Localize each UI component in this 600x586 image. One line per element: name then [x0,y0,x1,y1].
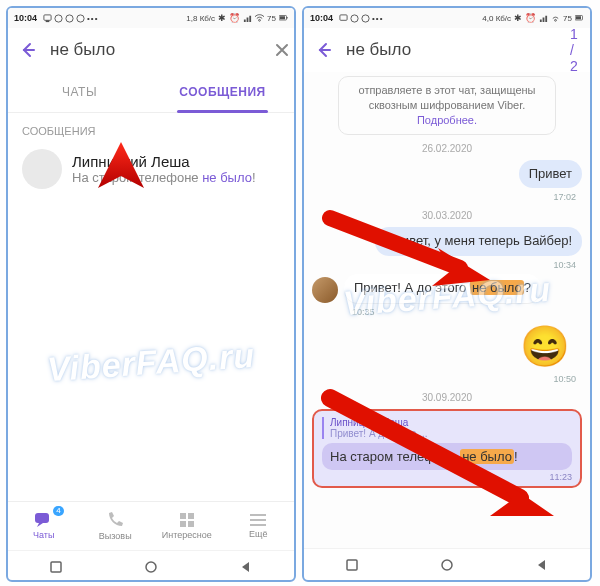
message-out[interactable]: Привет [304,158,590,191]
android-nav [8,550,294,582]
signal-icon [243,14,252,23]
timestamp: 10:35 [352,307,576,317]
clear-icon[interactable] [274,42,290,58]
nav-home-icon[interactable] [440,558,454,572]
svg-point-20 [362,14,369,21]
search-bar [8,28,294,72]
tab-more-bottom[interactable]: Ещё [223,513,295,539]
search-input[interactable] [344,39,560,61]
svg-rect-9 [180,513,186,519]
replied-message-highlight[interactable]: Липницкий Леша Привет! А до этого ... На… [312,409,582,488]
svg-rect-13 [250,514,266,516]
phone-left: 10:04 ••• 1,8 Кб/с ✱⏰ 75 ЧАТЫ СООБЩЕНИЯ [6,6,296,582]
back-icon[interactable] [18,40,38,60]
svg-rect-1 [46,20,50,22]
svg-point-2 [55,14,62,21]
timestamp: 17:02 [318,192,576,202]
message-out[interactable]: Привет, у меня теперь Вайбер! [304,225,590,258]
svg-rect-22 [576,16,581,19]
date-chip: 26.02.2020 [304,143,590,154]
android-nav [304,548,590,581]
nav-recent-icon[interactable] [49,560,63,574]
avatar [22,149,62,189]
encryption-notice[interactable]: отправляете в этот чат, защищены сквозны… [338,76,556,135]
svg-rect-8 [35,513,49,523]
svg-rect-10 [188,513,194,519]
svg-point-19 [351,14,358,21]
tab-chats[interactable]: ЧАТЫ [8,72,151,112]
nav-back-icon[interactable] [239,560,253,574]
svg-rect-12 [188,521,194,527]
search-tabs: ЧАТЫ СООБЩЕНИЯ [8,72,294,113]
timestamp: 11:23 [322,472,572,482]
svg-point-17 [146,562,156,572]
emoji-smile: 😄 [520,323,570,370]
tab-calls-bottom[interactable]: Вызовы [80,511,152,541]
status-right-icons: 1,8 Кб/с ✱⏰ 75 [186,13,288,23]
date-chip: 30.03.2020 [304,210,590,221]
menu-icon [250,513,266,527]
reply-citation: Липницкий Леша Привет! А до этого ... [322,417,572,439]
search-bar: 1 / 2 [304,28,590,72]
status-bar: 10:04 ••• 1,8 Кб/с ✱⏰ 75 [8,8,294,28]
svg-point-3 [66,14,73,21]
svg-rect-14 [250,519,266,521]
svg-rect-23 [347,560,357,570]
avatar-small [312,277,338,303]
chats-icon [34,512,54,528]
timestamp: 10:34 [318,260,576,270]
svg-rect-6 [287,17,288,19]
battery-icon [279,14,288,23]
match-counter: 1 / 2 [570,26,578,74]
result-snippet: На старом телефоне не было! [72,170,256,185]
tab-explore-bottom[interactable]: Интересное [151,512,223,540]
svg-point-24 [442,560,452,570]
svg-rect-18 [340,14,347,19]
wifi-icon [255,14,264,23]
date-chip: 30.09.2020 [304,392,590,403]
svg-rect-16 [51,562,61,572]
bottom-tabbar: Чаты Вызовы Интересное Ещё [8,501,294,550]
status-bar: 10:04 ••• 4,0 Кб/с ✱⏰ 75 [304,8,590,28]
message-emoji[interactable]: 😄 [304,319,590,372]
status-left-icons: ••• [43,14,98,23]
timestamp: 10:50 [318,374,576,384]
back-icon[interactable] [314,40,334,60]
result-name: Липницкий Леша [72,153,256,170]
search-result[interactable]: Липницкий Леша На старом телефоне не был… [8,143,294,195]
nav-back-icon[interactable] [535,558,549,572]
phone-icon [106,511,124,529]
search-input[interactable] [48,39,264,61]
nav-recent-icon[interactable] [345,558,359,572]
nav-home-icon[interactable] [144,560,158,574]
status-time: 10:04 [14,13,37,23]
section-header: СООБЩЕНИЯ [8,113,294,143]
svg-rect-7 [280,16,285,19]
grid-icon [179,512,195,528]
phone-right: 10:04 ••• 4,0 Кб/с ✱⏰ 75 1 / 2 отп [302,6,592,582]
reply-message: На старом телефоне не было! [322,443,572,470]
tab-chats-bottom[interactable]: Чаты [8,512,80,540]
message-in[interactable]: Привет! А до этого не было? [304,272,590,305]
svg-rect-11 [180,521,186,527]
svg-point-4 [77,14,84,21]
tab-messages[interactable]: СООБЩЕНИЯ [151,72,294,112]
svg-rect-15 [250,524,266,526]
svg-rect-0 [44,14,51,19]
